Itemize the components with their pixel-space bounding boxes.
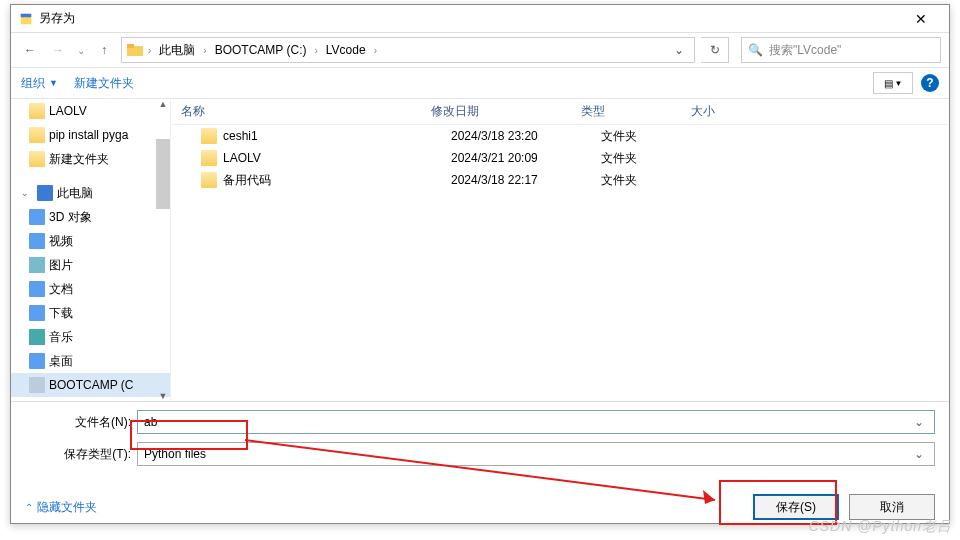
filename-input[interactable]	[144, 415, 910, 429]
nav-tree[interactable]: ▲ LAOLV pip install pyga 新建文件夹 ⌄此电脑 3D 对…	[11, 99, 171, 401]
close-icon[interactable]: ✕	[901, 11, 941, 27]
savetype-label: 保存类型(T):	[25, 446, 137, 463]
list-row[interactable]: LAOLV 2024/3/21 20:09 文件夹	[191, 147, 949, 169]
tree-item[interactable]: 文档	[11, 277, 170, 301]
folder-icon	[201, 128, 217, 144]
folder-icon	[201, 172, 217, 188]
history-dropdown[interactable]: ⌄	[75, 45, 87, 56]
breadcrumb-seg-1[interactable]: BOOTCAMP (C:)	[211, 41, 311, 59]
window-title: 另存为	[39, 10, 901, 27]
search-placeholder: 搜索"LVcode"	[769, 42, 841, 59]
chevron-down-icon[interactable]: ⌄	[910, 447, 928, 461]
expand-icon[interactable]: ⌄	[21, 188, 33, 198]
scroll-down-icon[interactable]: ▼	[158, 391, 168, 401]
pc-icon	[37, 185, 53, 201]
filename-label: 文件名(N):	[25, 414, 137, 431]
help-icon[interactable]: ?	[921, 74, 939, 92]
file-list: 名称 修改日期 类型 大小 ceshi1 2024/3/18 23:20 文件夹…	[171, 99, 949, 401]
chevron-right-icon[interactable]: ›	[312, 45, 319, 56]
savetype-value: Python files	[144, 447, 206, 461]
list-header: 名称 修改日期 类型 大小	[171, 99, 949, 125]
tree-item[interactable]: pip install pyga	[11, 123, 170, 147]
view-options-button[interactable]: ▤▼	[873, 72, 913, 94]
tree-item[interactable]: LAOLV	[11, 99, 170, 123]
tree-item[interactable]: 图片	[11, 253, 170, 277]
col-date[interactable]: 修改日期	[421, 103, 571, 120]
list-row[interactable]: ceshi1 2024/3/18 23:20 文件夹	[191, 125, 949, 147]
footer: ⌃ 隐藏文件夹 保存(S) 取消	[11, 484, 949, 530]
folder-icon	[201, 150, 217, 166]
3d-icon	[29, 209, 45, 225]
nav-row: ← → ⌄ ↑ › 此电脑 › BOOTCAMP (C:) › LVcode ›…	[11, 33, 949, 67]
chevron-right-icon[interactable]: ›	[201, 45, 208, 56]
col-name[interactable]: 名称	[171, 103, 421, 120]
folder-icon	[126, 41, 144, 59]
scrollbar-thumb[interactable]	[156, 139, 170, 209]
col-size[interactable]: 大小	[681, 103, 761, 120]
address-bar[interactable]: › 此电脑 › BOOTCAMP (C:) › LVcode › ⌄	[121, 37, 695, 63]
svg-rect-3	[127, 44, 134, 48]
search-icon: 🔍	[748, 43, 763, 57]
titlebar: 另存为 ✕	[11, 5, 949, 33]
new-folder-button[interactable]: 新建文件夹	[74, 75, 134, 92]
body: ▲ LAOLV pip install pyga 新建文件夹 ⌄此电脑 3D 对…	[11, 99, 949, 401]
drive-icon	[29, 377, 45, 393]
breadcrumb-seg-2[interactable]: LVcode	[322, 41, 370, 59]
folder-icon	[29, 103, 45, 119]
chevron-right-icon[interactable]: ›	[146, 45, 153, 56]
pictures-icon	[29, 257, 45, 273]
tree-item[interactable]: 3D 对象	[11, 205, 170, 229]
music-icon	[29, 329, 45, 345]
tree-item[interactable]: 下载	[11, 301, 170, 325]
filename-field: 文件名(N): ⌄	[25, 410, 935, 434]
svg-rect-1	[21, 13, 32, 17]
cancel-button[interactable]: 取消	[849, 494, 935, 520]
hide-folders-toggle[interactable]: ⌃ 隐藏文件夹	[25, 499, 97, 516]
desktop-icon	[29, 353, 45, 369]
folder-icon	[29, 151, 45, 167]
tree-item-selected[interactable]: BOOTCAMP (C	[11, 373, 170, 397]
chevron-up-icon: ⌃	[25, 502, 33, 513]
list-body: ceshi1 2024/3/18 23:20 文件夹 LAOLV 2024/3/…	[171, 125, 949, 191]
video-icon	[29, 233, 45, 249]
up-button[interactable]: ↑	[93, 39, 115, 61]
list-row[interactable]: 备用代码 2024/3/18 22:17 文件夹	[191, 169, 949, 191]
tree-group-pc[interactable]: ⌄此电脑	[11, 181, 170, 205]
tree-item[interactable]: 新建文件夹	[11, 147, 170, 171]
filename-input-wrap[interactable]: ⌄	[137, 410, 935, 434]
back-button[interactable]: ←	[19, 39, 41, 61]
savetype-select[interactable]: Python files ⌄	[137, 442, 935, 466]
search-box[interactable]: 🔍 搜索"LVcode"	[741, 37, 941, 63]
savetype-field: 保存类型(T): Python files ⌄	[25, 442, 935, 466]
toolbar: 组织 ▼ 新建文件夹 ▤▼ ?	[11, 67, 949, 99]
chevron-right-icon[interactable]: ›	[372, 45, 379, 56]
address-dropdown-icon[interactable]: ⌄	[668, 43, 690, 57]
tree-item[interactable]: 桌面	[11, 349, 170, 373]
forward-button[interactable]: →	[47, 39, 69, 61]
downloads-icon	[29, 305, 45, 321]
app-icon	[19, 12, 33, 26]
save-button[interactable]: 保存(S)	[753, 494, 839, 520]
breadcrumb-seg-0[interactable]: 此电脑	[155, 40, 199, 61]
bottom-panel: 文件名(N): ⌄ 保存类型(T): Python files ⌄	[11, 401, 949, 484]
tree-item[interactable]: 视频	[11, 229, 170, 253]
chevron-down-icon: ▼	[49, 78, 58, 88]
organize-menu[interactable]: 组织 ▼	[21, 75, 58, 92]
refresh-button[interactable]: ↻	[701, 37, 729, 63]
col-type[interactable]: 类型	[571, 103, 681, 120]
documents-icon	[29, 281, 45, 297]
folder-icon	[29, 127, 45, 143]
tree-item[interactable]: 音乐	[11, 325, 170, 349]
saveas-window: 另存为 ✕ ← → ⌄ ↑ › 此电脑 › BOOTCAMP (C:) › LV…	[10, 4, 950, 524]
scroll-up-icon[interactable]: ▲	[158, 99, 168, 109]
chevron-down-icon[interactable]: ⌄	[910, 415, 928, 429]
